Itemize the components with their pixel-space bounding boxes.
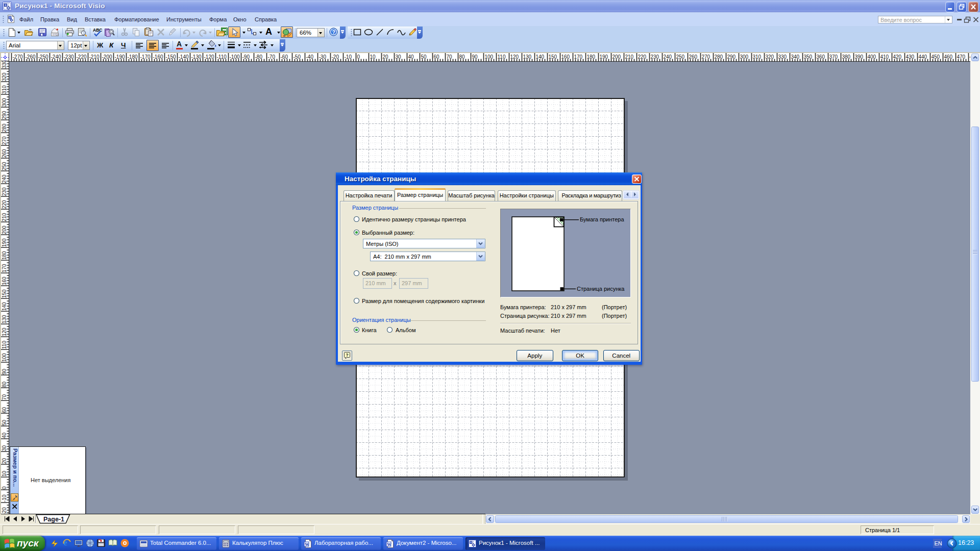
svg-text:-180: -180 bbox=[128, 54, 138, 60]
svg-text:210: 210 bbox=[625, 54, 634, 60]
svg-text:270: 270 bbox=[702, 54, 710, 60]
svg-text:-210: -210 bbox=[89, 54, 100, 60]
svg-text:-200: -200 bbox=[102, 54, 112, 60]
svg-text:10: 10 bbox=[2, 470, 7, 477]
svg-text:220: 220 bbox=[638, 54, 647, 60]
svg-text:Page-1: Page-1 bbox=[43, 515, 64, 522]
svg-text:20: 20 bbox=[2, 458, 7, 464]
svg-text:260: 260 bbox=[2, 149, 7, 158]
svg-text:300: 300 bbox=[2, 98, 7, 107]
svg-text:ABC: ABC bbox=[93, 28, 102, 33]
svg-text:110: 110 bbox=[498, 54, 506, 60]
svg-text:320: 320 bbox=[2, 72, 7, 81]
svg-text:420: 420 bbox=[893, 54, 902, 60]
svg-text:70: 70 bbox=[447, 54, 453, 60]
svg-text:-230: -230 bbox=[64, 54, 74, 60]
svg-text:180: 180 bbox=[2, 251, 7, 260]
svg-text:100: 100 bbox=[485, 54, 494, 60]
svg-text:-220: -220 bbox=[77, 54, 87, 60]
svg-text:30: 30 bbox=[2, 445, 7, 451]
svg-text:360: 360 bbox=[817, 54, 825, 60]
svg-text:210: 210 bbox=[2, 213, 7, 221]
svg-text:40: 40 bbox=[408, 54, 414, 60]
svg-text:400: 400 bbox=[868, 54, 876, 60]
svg-text:60: 60 bbox=[2, 407, 7, 413]
svg-text:110: 110 bbox=[2, 341, 7, 349]
svg-text:-30: -30 bbox=[319, 54, 327, 60]
svg-text:200: 200 bbox=[2, 226, 7, 234]
svg-text:280: 280 bbox=[715, 54, 723, 60]
svg-text:190: 190 bbox=[600, 54, 608, 60]
svg-text:440: 440 bbox=[919, 54, 927, 60]
svg-text:180: 180 bbox=[587, 54, 596, 60]
svg-text:-150: -150 bbox=[166, 54, 176, 60]
svg-text:-70: -70 bbox=[268, 54, 276, 60]
svg-text:330: 330 bbox=[778, 54, 787, 60]
svg-text:390: 390 bbox=[855, 54, 864, 60]
svg-text:40: 40 bbox=[2, 432, 7, 438]
svg-text:-80: -80 bbox=[255, 54, 263, 60]
svg-text:-60: -60 bbox=[281, 54, 288, 60]
svg-text:230: 230 bbox=[651, 54, 659, 60]
svg-text:W: W bbox=[305, 541, 309, 546]
svg-text:-10: -10 bbox=[345, 54, 352, 60]
svg-text:240: 240 bbox=[2, 174, 7, 183]
svg-text:90: 90 bbox=[2, 368, 7, 374]
svg-text:240: 240 bbox=[664, 54, 672, 60]
svg-text:-10: -10 bbox=[2, 494, 7, 502]
svg-text:50: 50 bbox=[2, 419, 7, 425]
svg-text:120: 120 bbox=[2, 328, 7, 336]
svg-text:-100: -100 bbox=[230, 54, 240, 60]
svg-text:-20: -20 bbox=[332, 54, 339, 60]
svg-text:-110: -110 bbox=[217, 54, 227, 60]
svg-text:-190: -190 bbox=[115, 54, 125, 60]
svg-text:310: 310 bbox=[2, 85, 7, 94]
svg-text:280: 280 bbox=[2, 123, 7, 132]
svg-text:250: 250 bbox=[2, 162, 7, 170]
svg-text:-240: -240 bbox=[51, 54, 61, 60]
svg-text:80: 80 bbox=[459, 54, 465, 60]
svg-text:270: 270 bbox=[2, 136, 7, 145]
svg-text:410: 410 bbox=[880, 54, 889, 60]
svg-text:-250: -250 bbox=[38, 54, 48, 60]
svg-text:470: 470 bbox=[957, 54, 966, 60]
svg-text:-90: -90 bbox=[242, 54, 250, 60]
svg-text:310: 310 bbox=[753, 54, 762, 60]
svg-text:200: 200 bbox=[612, 54, 621, 60]
svg-text:250: 250 bbox=[676, 54, 685, 60]
svg-text:140: 140 bbox=[536, 54, 545, 60]
svg-text:-130: -130 bbox=[191, 54, 202, 60]
svg-text:120: 120 bbox=[510, 54, 519, 60]
svg-text:30: 30 bbox=[396, 54, 402, 60]
svg-text:430: 430 bbox=[906, 54, 915, 60]
svg-text:W: W bbox=[387, 541, 391, 546]
svg-text:160: 160 bbox=[561, 54, 570, 60]
svg-text:350: 350 bbox=[804, 54, 813, 60]
svg-text:230: 230 bbox=[2, 187, 7, 196]
svg-text:130: 130 bbox=[523, 54, 532, 60]
svg-text:140: 140 bbox=[2, 302, 7, 311]
svg-text:-170: -170 bbox=[140, 54, 151, 60]
svg-text:80: 80 bbox=[2, 381, 7, 387]
svg-text:70: 70 bbox=[2, 394, 7, 400]
svg-text:-50: -50 bbox=[293, 54, 301, 60]
svg-text:50: 50 bbox=[421, 54, 427, 60]
svg-text:-160: -160 bbox=[153, 54, 163, 60]
svg-text:150: 150 bbox=[549, 54, 557, 60]
svg-text:10: 10 bbox=[370, 54, 376, 60]
svg-text:260: 260 bbox=[689, 54, 698, 60]
svg-text:160: 160 bbox=[2, 277, 7, 285]
svg-text:20: 20 bbox=[383, 54, 389, 60]
svg-text:370: 370 bbox=[829, 54, 838, 60]
svg-text:-260: -260 bbox=[26, 54, 36, 60]
svg-text:290: 290 bbox=[727, 54, 736, 60]
svg-text:320: 320 bbox=[766, 54, 774, 60]
svg-text:-140: -140 bbox=[179, 54, 189, 60]
svg-text:170: 170 bbox=[2, 264, 7, 272]
svg-text:-270: -270 bbox=[13, 54, 23, 60]
svg-text:?: ? bbox=[332, 29, 335, 35]
svg-text:130: 130 bbox=[2, 315, 7, 323]
svg-text:?: ? bbox=[346, 353, 349, 358]
svg-text:220: 220 bbox=[2, 200, 7, 209]
svg-text:380: 380 bbox=[842, 54, 851, 60]
